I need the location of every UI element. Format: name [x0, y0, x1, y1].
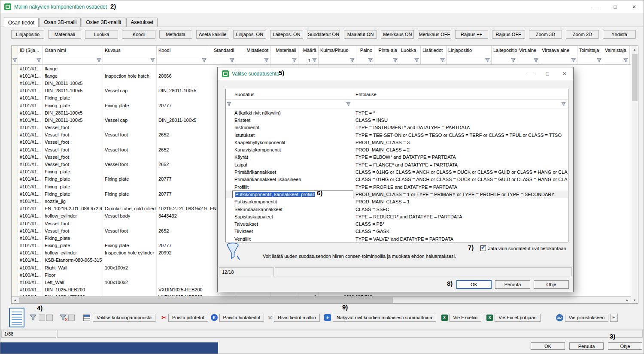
list-row-header[interactable]: [226, 139, 232, 146]
row-header-cell[interactable]: [12, 102, 18, 109]
row-header-cell[interactable]: [12, 65, 18, 72]
toolbar-button[interactable]: Merkkaus OFF: [418, 30, 451, 39]
column-filter[interactable]: [157, 56, 208, 64]
filter-icon[interactable]: [30, 314, 36, 321]
filter-condition-row[interactable]: Primäärikannakkeet lisäosineen CLASS = 0…: [226, 176, 568, 183]
list-row-header[interactable]: [226, 161, 232, 168]
scroll-left-icon[interactable]: ◄: [12, 297, 18, 303]
row-header-cell[interactable]: [12, 116, 18, 124]
filter-name-cell[interactable]: Primäärikannakkeet: [232, 168, 353, 175]
filter-condition-row[interactable]: Sekundäärikannakkeet CLASS = SSEC: [226, 206, 568, 213]
filter-condition-row[interactable]: Supistuskappaleet TYPE = REDUCER* and DA…: [226, 213, 568, 220]
filter-name-cell[interactable]: Profiilit: [232, 183, 353, 191]
list-row-header[interactable]: [226, 206, 232, 213]
filter-condition-row[interactable]: Käyrät TYPE = ELBOW* and DATATYPE = PART…: [226, 154, 568, 161]
row-header-cell[interactable]: [12, 220, 18, 227]
filter-name-cell[interactable]: Sekundäärikannakkeet: [232, 206, 353, 213]
list-row-header[interactable]: [226, 183, 232, 191]
filter-condition-row[interactable]: Instrumentit TYPE = INSTRUMENT* and DATA…: [226, 124, 568, 131]
help-button[interactable]: Ohje: [608, 342, 642, 350]
list-filter-corner[interactable]: [226, 100, 232, 109]
list-row-header[interactable]: [226, 176, 232, 183]
row-filter-corner[interactable]: [12, 56, 18, 64]
filter-name-cell[interactable]: Tiivisteet: [232, 228, 353, 235]
toolbar-button[interactable]: Maalatut ON: [344, 30, 377, 39]
list-row-header[interactable]: [226, 116, 232, 124]
row-header-cell[interactable]: [12, 124, 18, 131]
filter-condition-row[interactable]: Primäärikannakkeet CLASS = 01HG or CLASS…: [226, 168, 568, 175]
vertical-scrollbar[interactable]: ▲ ▼: [631, 46, 638, 303]
column-filter[interactable]: [43, 56, 103, 64]
column-header[interactable]: Osan nimi: [43, 46, 103, 56]
maximize-button[interactable]: □: [606, 0, 625, 13]
column-filter[interactable]: [421, 56, 447, 64]
column-header[interactable]: Pinta-ala: [374, 46, 399, 56]
list-row-header[interactable]: [226, 109, 232, 116]
filter-condition-row[interactable]: Istutukset TYPE = TEE-SET-ON or CLASS = …: [226, 131, 568, 139]
column-header[interactable]: Linjapositio: [447, 46, 492, 56]
row-header-cell[interactable]: [12, 249, 18, 257]
tab[interactable]: Osan tiedot: [4, 18, 39, 27]
column-filter[interactable]: [270, 56, 298, 64]
filter-name-cell[interactable]: Kaapelihyllykomponentit: [232, 139, 353, 146]
toolbar-button[interactable]: Rajaus OFF: [492, 30, 525, 39]
clear-filter-icon[interactable]: ✕: [60, 314, 67, 321]
row-header-cell[interactable]: [12, 190, 18, 197]
toolbar-button[interactable]: Suodatetut ON: [307, 30, 340, 39]
column-header-ehtolause[interactable]: Ehtolause: [353, 89, 568, 99]
column-filter[interactable]: [103, 56, 157, 64]
dialog-ok-button[interactable]: OK: [456, 280, 492, 289]
row-header-cell[interactable]: [12, 109, 18, 116]
filter-condition-row[interactable]: Putkikomponentit, kannakkeet, profiilit …: [226, 191, 568, 198]
toolbar-button[interactable]: Materiaali: [48, 30, 81, 39]
column-filter[interactable]: [492, 56, 517, 64]
row-header-cell[interactable]: [12, 153, 18, 160]
column-filter[interactable]: [399, 56, 421, 64]
row-header-cell[interactable]: [12, 286, 18, 293]
minimize-button[interactable]: —: [587, 0, 606, 13]
list-row-header[interactable]: [226, 131, 232, 139]
row-header-cell[interactable]: [12, 175, 18, 183]
filter-name-cell[interactable]: Putkikomponentit, kannakkeet, profiilit: [232, 191, 353, 198]
toolbar-button[interactable]: Luokka: [85, 30, 118, 39]
filter-condition-row[interactable]: Putkistokomponentit PROD_MAIN_CLASS = 1: [226, 198, 568, 206]
row-to-model-button[interactable]: Rivin tiedot malliin: [274, 314, 320, 322]
toolbar-button[interactable]: Koodi: [122, 30, 155, 39]
scroll-down-icon[interactable]: ▼: [631, 297, 638, 303]
row-header-cell[interactable]: [12, 227, 18, 234]
column-filter[interactable]: [208, 56, 236, 64]
column-header[interactable]: Kuvaus: [103, 46, 157, 56]
filter-condition-row[interactable]: Laipat TYPE = FLANGE* and DATATYPE = PAR…: [226, 161, 568, 168]
list-row-header[interactable]: [226, 198, 232, 206]
keep-filtered-checkbox-row[interactable]: ✔ Jätä vain suodatetut rivit tietokantaa…: [480, 245, 566, 251]
column-filter[interactable]: [236, 56, 270, 64]
column-filter[interactable]: [447, 56, 492, 64]
row-header-cell[interactable]: [12, 168, 18, 175]
row-header-cell[interactable]: [12, 197, 18, 205]
remove-hidden-button[interactable]: Poista piilotetut: [168, 314, 208, 322]
column-header[interactable]: Valmistaja: [603, 46, 630, 56]
checkbox[interactable]: ✔: [480, 245, 486, 251]
horizontal-scrollbar[interactable]: ◄ ►: [12, 296, 631, 303]
column-header[interactable]: Virtaava aine: [540, 46, 577, 56]
filter-name-cell[interactable]: Venttiilit: [232, 235, 353, 242]
column-header[interactable]: Toimittaja: [577, 46, 603, 56]
column-filter[interactable]: [319, 56, 356, 64]
column-header[interactable]: Virt.aine: [517, 46, 540, 56]
list-row-header[interactable]: [226, 168, 232, 175]
toolbar-button[interactable]: Linjapos. ON: [233, 30, 266, 39]
dialog-close-button[interactable]: ✕: [556, 67, 573, 80]
list-row-header[interactable]: [226, 191, 232, 198]
ok-button[interactable]: OK: [531, 342, 565, 350]
toolbar-button[interactable]: Linjapositio: [11, 30, 44, 39]
column-filter[interactable]: 1: [298, 56, 319, 64]
close-button[interactable]: ✕: [625, 0, 644, 13]
export-drawing-button[interactable]: Vie piirustukseen: [565, 314, 609, 322]
column-header[interactable]: ID (Sija...: [18, 46, 43, 56]
column-filter[interactable]: [603, 56, 630, 64]
scroll-up-icon[interactable]: ▲: [631, 46, 638, 53]
filter-condition-row[interactable]: Taivutukset CLASS = PB*: [226, 220, 568, 227]
suodatus-filter-cell[interactable]: [232, 100, 353, 109]
rows-summed-button[interactable]: Näkyvät rivit koodien mukaisesti summatt…: [333, 314, 436, 322]
filter-name-cell[interactable]: Putkistokomponentit: [232, 198, 353, 206]
